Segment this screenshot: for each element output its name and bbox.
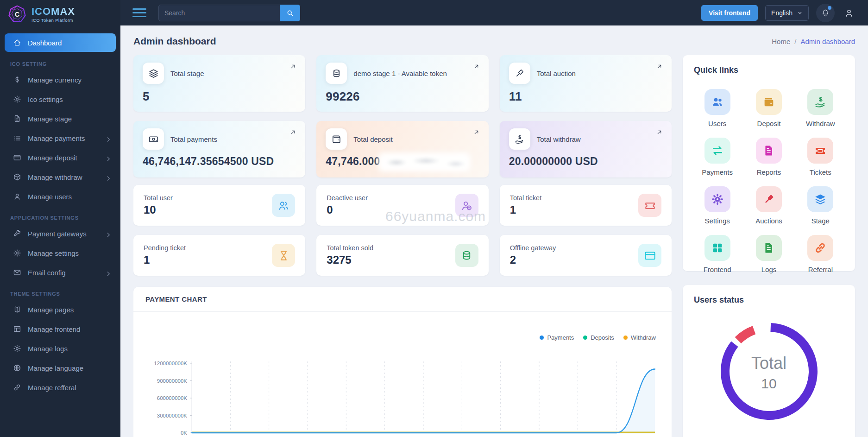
card-pending-ticket: Pending ticket1 — [133, 235, 305, 276]
card-total-auction[interactable]: Total auction11 — [500, 55, 672, 112]
card-value: 5 — [143, 89, 150, 103]
quick-link-auctions[interactable]: Auctions — [745, 186, 792, 225]
external-arrow-icon[interactable] — [655, 128, 663, 136]
sidebar-item-manage-stage[interactable]: Manage stage — [5, 109, 116, 128]
card-label: Total user — [144, 194, 173, 202]
sidebar-item-payment-gateways[interactable]: Payment gateways — [5, 224, 116, 243]
sidebar-item-manage-deposit[interactable]: Manage deposit — [5, 148, 116, 167]
notifications-button[interactable] — [816, 4, 835, 22]
svg-text:1200000000K: 1200000000K — [154, 361, 187, 366]
sidebar-item-manage-refferal[interactable]: Manage refferal — [5, 378, 116, 397]
card-demo-stage-1-avaiable-token[interactable]: demo stage 1 - Avaiable token99226 — [316, 55, 488, 112]
card-value: 1 — [144, 253, 186, 266]
main-content: Admin dashboard Home / Admin dashboard T… — [120, 25, 868, 437]
brand-logo-icon: C — [7, 5, 27, 24]
card-label: Total payments — [170, 135, 217, 143]
card-offline-gateway: Offline gateway2 — [500, 235, 672, 276]
quick-link-settings[interactable]: Settings — [694, 186, 741, 225]
quick-link-users[interactable]: Users — [694, 89, 741, 127]
sidebar-item-label: Manage withdraw — [28, 173, 82, 181]
sidebar-item-dashboard[interactable]: Dashboard — [5, 33, 116, 52]
sidebar-item-manage-pages[interactable]: Manage pages — [5, 300, 116, 319]
card-label: Total auction — [537, 70, 576, 77]
search-input[interactable] — [158, 5, 280, 21]
svg-text:0K: 0K — [181, 430, 187, 436]
sidebar-item-label: Manage settings — [28, 249, 79, 257]
sidebar-item-manage-payments[interactable]: Manage payments — [5, 129, 116, 147]
card-total-stage[interactable]: Total stage5 — [133, 55, 305, 112]
breadcrumb-home[interactable]: Home — [772, 38, 790, 45]
sidebar-item-manage-language[interactable]: Manage language — [5, 359, 116, 377]
sidebar-item-label: Ico settings — [28, 95, 63, 103]
user-icon — [13, 192, 21, 201]
stat-cards-large: Total stage5demo stage 1 - Avaiable toke… — [133, 55, 672, 177]
quick-link-withdraw[interactable]: Withdraw — [797, 89, 844, 127]
coins-icon — [326, 63, 347, 84]
search-button[interactable] — [280, 5, 300, 21]
external-arrow-icon[interactable] — [472, 63, 480, 70]
quick-link-deposit[interactable]: Deposit — [745, 89, 792, 127]
card-total-withdraw[interactable]: Total withdraw20.00000000 USD — [500, 121, 672, 177]
sidebar-item-label: Manage currency — [28, 76, 82, 84]
external-arrow-icon[interactable] — [655, 63, 663, 70]
card-label: Deactive user — [327, 194, 368, 202]
card-value: 1 — [510, 203, 542, 216]
quick-link-payments[interactable]: Payments — [694, 138, 741, 176]
card-value: 2 — [510, 253, 556, 266]
visit-frontend-button[interactable]: Visit frontend — [701, 5, 758, 21]
card-total-deposit[interactable]: Total deposit47,746.000 — [316, 121, 488, 177]
chevron-right-icon — [104, 135, 110, 141]
legend-item-payments[interactable]: Payments — [540, 334, 574, 341]
sidebar-item-ico-settings[interactable]: Ico settings — [5, 90, 116, 108]
chevron-right-icon — [104, 231, 110, 237]
quick-link-label: Withdraw — [806, 120, 835, 127]
legend-item-withdraw[interactable]: Withdraw — [623, 334, 656, 341]
cardIc-icon — [13, 153, 21, 162]
chevron-down-icon — [797, 10, 803, 16]
quick-link-logs[interactable]: Logs — [745, 235, 792, 273]
quick-link-frontend[interactable]: Frontend — [694, 235, 741, 273]
breadcrumb-current: Admin dashboard — [800, 38, 855, 45]
external-arrow-icon[interactable] — [289, 63, 297, 70]
gavelSolid-icon — [756, 186, 782, 212]
notification-badge — [828, 6, 831, 10]
quick-link-reports[interactable]: Reports — [745, 138, 792, 176]
sidebar-item-manage-users[interactable]: Manage users — [5, 187, 116, 206]
layers-icon — [143, 63, 164, 84]
sidebar-item-label: Manage deposit — [28, 154, 77, 162]
sidebar-item-email-config[interactable]: Email config — [5, 263, 116, 282]
gearSolid-icon — [704, 186, 730, 212]
sidebar-item-manage-settings[interactable]: Manage settings — [5, 244, 116, 262]
external-arrow-icon[interactable] — [472, 128, 480, 136]
handDollar-icon — [807, 89, 833, 115]
card-total-payments[interactable]: Total payments46,746,147.35654500 USD — [133, 121, 305, 177]
sidebar-nav: DashboardICO SETTINGManage currencyIco s… — [0, 29, 120, 397]
legend-dot — [540, 336, 544, 340]
sidebar-item-label: Payment gateways — [28, 230, 87, 238]
quick-link-referral[interactable]: Referral — [797, 235, 844, 273]
sidebar-item-manage-currency[interactable]: Manage currency — [5, 70, 116, 89]
sidebar-item-manage-logs[interactable]: Manage logs — [5, 339, 116, 358]
brand[interactable]: C ICOMAX ICO Token Platform — [0, 0, 120, 29]
card-value: 3275 — [327, 253, 373, 266]
users-status-donut: Total 10 — [715, 317, 824, 428]
sidebar-item-manage-frontend[interactable]: Manage frontend — [5, 320, 116, 338]
chart-legend: PaymentsDepositsWithdraw — [133, 334, 672, 341]
hamburger-menu-icon[interactable] — [132, 8, 146, 17]
card-value: 46,746,147.35654500 USD — [143, 155, 274, 167]
gear-icon — [13, 249, 21, 257]
payment-chart-title: PAYMENT CHART — [145, 295, 660, 303]
layout-icon — [13, 325, 21, 333]
quick-link-tickets[interactable]: Tickets — [797, 138, 844, 176]
profile-button[interactable] — [842, 6, 856, 20]
quick-link-stage[interactable]: Stage — [797, 186, 844, 225]
sidebar-item-manage-withdraw[interactable]: Manage withdraw — [5, 168, 116, 186]
chevron-right-icon — [104, 174, 110, 180]
svg-text:C: C — [15, 11, 19, 18]
legend-item-deposits[interactable]: Deposits — [583, 334, 614, 341]
language-selector[interactable]: English — [765, 5, 809, 21]
card-label: demo stage 1 - Avaiable token — [353, 70, 447, 77]
external-arrow-icon[interactable] — [289, 128, 297, 136]
sidebar-item-label: Manage stage — [28, 115, 72, 123]
card-value: 47,746.000 — [326, 155, 380, 167]
